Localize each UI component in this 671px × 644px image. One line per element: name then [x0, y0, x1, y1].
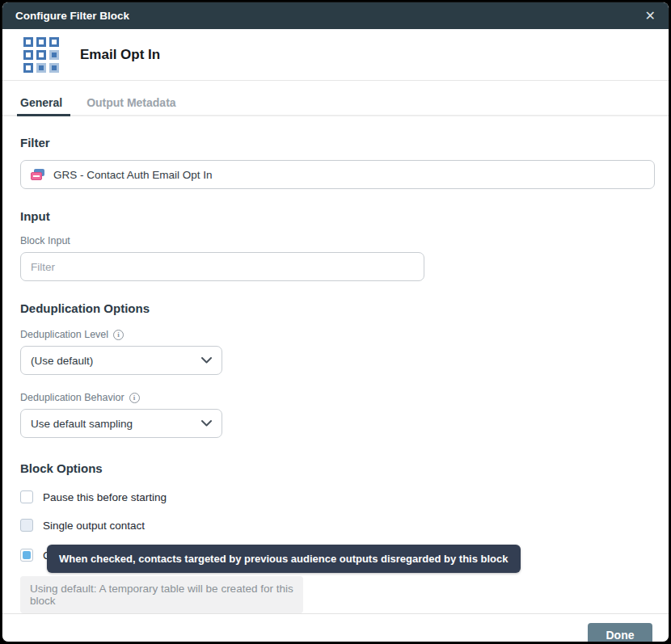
third-option-row-wrap: C When checked, contacts targeted by pre…: [20, 549, 651, 562]
filter-section-heading: Filter: [20, 136, 651, 149]
dialog-content: Filter GRS - Contact Auth Email Opt In I…: [2, 116, 669, 613]
input-section-heading: Input: [20, 209, 651, 223]
default-table-note: Using default: A temporary table will be…: [20, 576, 303, 613]
dedup-level-label: Deduplication Level i: [20, 329, 651, 340]
block-options-heading: Block Options: [20, 461, 651, 475]
info-icon[interactable]: i: [113, 330, 124, 340]
tab-bar: General Output Metadata: [2, 81, 669, 116]
pause-checkbox[interactable]: [20, 490, 33, 503]
chevron-down-icon: [201, 357, 212, 364]
pause-option-row: Pause this before starting: [20, 490, 651, 503]
tab-general[interactable]: General: [20, 96, 62, 116]
dedup-behavior-value: Use default sampling: [31, 418, 133, 430]
single-output-checkbox-label: Single output contact: [43, 520, 145, 532]
third-option-checkbox[interactable]: [20, 549, 33, 562]
dialog-footer: Done: [2, 613, 669, 642]
chevron-down-icon: [201, 420, 212, 427]
dedup-behavior-select[interactable]: Use default sampling: [20, 409, 222, 438]
grid-blocks-icon: [23, 37, 59, 73]
block-header: Email Opt In: [2, 29, 669, 81]
checkbox-tooltip: When checked, contacts targeted by previ…: [47, 545, 521, 573]
dialog-titlebar: Configure Filter Block ✕: [2, 2, 669, 29]
close-icon[interactable]: ✕: [645, 10, 656, 23]
configure-filter-block-dialog: Configure Filter Block ✕ Email Opt In Ge…: [2, 2, 669, 642]
block-input-field[interactable]: [20, 252, 424, 281]
dedup-section-heading: Deduplication Options: [20, 301, 651, 315]
done-button[interactable]: Done: [588, 623, 652, 643]
single-output-option-row: Single output contact: [20, 519, 651, 532]
tab-output-metadata[interactable]: Output Metadata: [87, 96, 175, 116]
dedup-behavior-label: Deduplication Behavior i: [20, 392, 651, 403]
dedup-level-label-text: Deduplication Level: [20, 329, 108, 340]
dedup-behavior-label-text: Deduplication Behavior: [20, 392, 124, 403]
pause-checkbox-label: Pause this before starting: [43, 491, 167, 503]
dedup-level-select[interactable]: (Use default): [20, 346, 222, 375]
filter-selected-value: GRS - Contact Auth Email Opt In: [53, 169, 213, 181]
block-title: Email Opt In: [80, 47, 160, 63]
dedup-level-value: (Use default): [31, 355, 93, 367]
filter-select-field[interactable]: GRS - Contact Auth Email Opt In: [20, 160, 655, 189]
info-icon[interactable]: i: [129, 393, 140, 403]
filter-cards-icon: [31, 169, 45, 181]
block-input-label: Block Input: [20, 235, 651, 246]
single-output-checkbox[interactable]: [20, 519, 33, 532]
dialog-title: Configure Filter Block: [15, 10, 129, 22]
